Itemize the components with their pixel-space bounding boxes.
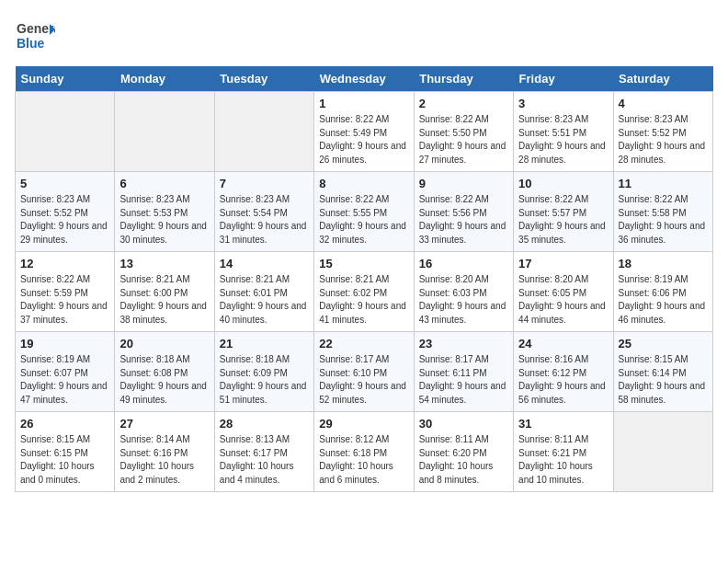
day-cell: 21Sunrise: 8:18 AMSunset: 6:09 PMDayligh… [214, 332, 313, 412]
day-number: 18 [619, 257, 708, 270]
day-cell: 4Sunrise: 8:23 AMSunset: 5:52 PMDaylight… [613, 92, 712, 172]
day-info: Sunrise: 8:16 AMSunset: 6:12 PMDaylight:… [518, 353, 608, 407]
day-cell: 5Sunrise: 8:23 AMSunset: 5:52 PMDaylight… [16, 172, 115, 252]
day-number: 25 [619, 337, 708, 350]
day-info: Sunrise: 8:22 AMSunset: 5:58 PMDaylight:… [619, 193, 708, 247]
day-number: 27 [119, 417, 209, 431]
day-info: Sunrise: 8:23 AMSunset: 5:51 PMDaylight:… [518, 113, 608, 167]
day-info: Sunrise: 8:22 AMSunset: 5:56 PMDaylight:… [419, 193, 508, 247]
day-cell [214, 92, 313, 172]
day-cell: 30Sunrise: 8:11 AMSunset: 6:20 PMDayligh… [414, 412, 513, 492]
day-info: Sunrise: 8:11 AMSunset: 6:21 PMDaylight:… [518, 433, 608, 487]
day-cell: 25Sunrise: 8:15 AMSunset: 6:14 PMDayligh… [613, 332, 712, 412]
col-header-thursday: Thursday [414, 66, 513, 92]
day-cell: 28Sunrise: 8:13 AMSunset: 6:17 PMDayligh… [214, 412, 313, 492]
svg-text:General: General [17, 21, 55, 36]
day-number: 23 [419, 337, 508, 350]
day-number: 8 [319, 177, 408, 190]
svg-text:Blue: Blue [17, 36, 45, 51]
day-cell: 16Sunrise: 8:20 AMSunset: 6:03 PMDayligh… [414, 252, 513, 332]
day-info: Sunrise: 8:22 AMSunset: 5:59 PMDaylight:… [20, 273, 109, 327]
day-number: 10 [518, 177, 608, 190]
day-cell: 9Sunrise: 8:22 AMSunset: 5:56 PMDaylight… [414, 172, 513, 252]
day-info: Sunrise: 8:11 AMSunset: 6:20 PMDaylight:… [419, 433, 508, 487]
day-info: Sunrise: 8:17 AMSunset: 6:11 PMDaylight:… [419, 353, 508, 407]
day-cell: 8Sunrise: 8:22 AMSunset: 5:55 PMDaylight… [314, 172, 414, 252]
day-number: 11 [619, 177, 708, 190]
day-info: Sunrise: 8:21 AMSunset: 6:01 PMDaylight:… [220, 273, 309, 327]
page-header: General Blue [15, 15, 713, 55]
day-info: Sunrise: 8:17 AMSunset: 6:10 PMDaylight:… [319, 353, 408, 407]
day-number: 12 [20, 257, 109, 270]
day-number: 4 [619, 97, 708, 110]
day-cell: 10Sunrise: 8:22 AMSunset: 5:57 PMDayligh… [514, 172, 613, 252]
day-info: Sunrise: 8:23 AMSunset: 5:53 PMDaylight:… [119, 193, 209, 247]
day-info: Sunrise: 8:21 AMSunset: 6:00 PMDaylight:… [119, 273, 209, 327]
day-number: 17 [518, 257, 608, 270]
day-number: 22 [319, 337, 408, 350]
day-number: 28 [220, 417, 309, 431]
header-row: SundayMondayTuesdayWednesdayThursdayFrid… [16, 66, 713, 92]
week-row-5: 26Sunrise: 8:15 AMSunset: 6:15 PMDayligh… [16, 412, 713, 492]
week-row-4: 19Sunrise: 8:19 AMSunset: 6:07 PMDayligh… [16, 332, 713, 412]
day-cell: 1Sunrise: 8:22 AMSunset: 5:49 PMDaylight… [314, 92, 414, 172]
day-cell: 2Sunrise: 8:22 AMSunset: 5:50 PMDaylight… [414, 92, 513, 172]
day-info: Sunrise: 8:19 AMSunset: 6:06 PMDaylight:… [619, 273, 708, 327]
day-info: Sunrise: 8:13 AMSunset: 6:17 PMDaylight:… [220, 433, 309, 487]
col-header-tuesday: Tuesday [214, 66, 313, 92]
day-cell: 31Sunrise: 8:11 AMSunset: 6:21 PMDayligh… [514, 412, 613, 492]
day-info: Sunrise: 8:18 AMSunset: 6:09 PMDaylight:… [220, 353, 309, 407]
day-number: 29 [319, 417, 408, 431]
day-number: 21 [220, 337, 309, 350]
day-info: Sunrise: 8:21 AMSunset: 6:02 PMDaylight:… [319, 273, 408, 327]
week-row-3: 12Sunrise: 8:22 AMSunset: 5:59 PMDayligh… [16, 252, 713, 332]
day-cell: 15Sunrise: 8:21 AMSunset: 6:02 PMDayligh… [314, 252, 414, 332]
day-info: Sunrise: 8:12 AMSunset: 6:18 PMDaylight:… [319, 433, 408, 487]
day-cell: 14Sunrise: 8:21 AMSunset: 6:01 PMDayligh… [214, 252, 313, 332]
day-cell: 24Sunrise: 8:16 AMSunset: 6:12 PMDayligh… [514, 332, 613, 412]
col-header-sunday: Sunday [16, 66, 115, 92]
day-info: Sunrise: 8:20 AMSunset: 6:03 PMDaylight:… [419, 273, 508, 327]
day-cell: 17Sunrise: 8:20 AMSunset: 6:05 PMDayligh… [514, 252, 613, 332]
day-number: 19 [20, 337, 109, 350]
day-cell: 11Sunrise: 8:22 AMSunset: 5:58 PMDayligh… [613, 172, 712, 252]
day-cell: 20Sunrise: 8:18 AMSunset: 6:08 PMDayligh… [115, 332, 214, 412]
day-number: 9 [419, 177, 508, 190]
day-number: 15 [319, 257, 408, 270]
day-number: 3 [518, 97, 608, 110]
day-number: 14 [220, 257, 309, 270]
day-number: 7 [220, 177, 309, 190]
day-info: Sunrise: 8:23 AMSunset: 5:54 PMDaylight:… [220, 193, 309, 247]
day-cell: 6Sunrise: 8:23 AMSunset: 5:53 PMDaylight… [115, 172, 214, 252]
day-cell: 13Sunrise: 8:21 AMSunset: 6:00 PMDayligh… [115, 252, 214, 332]
day-info: Sunrise: 8:18 AMSunset: 6:08 PMDaylight:… [119, 353, 209, 407]
day-number: 13 [119, 257, 209, 270]
day-number: 5 [20, 177, 109, 190]
day-info: Sunrise: 8:22 AMSunset: 5:49 PMDaylight:… [319, 113, 408, 167]
logo-icon: General Blue [15, 15, 55, 55]
day-info: Sunrise: 8:23 AMSunset: 5:52 PMDaylight:… [619, 113, 708, 167]
day-info: Sunrise: 8:22 AMSunset: 5:50 PMDaylight:… [419, 113, 508, 167]
day-cell [115, 92, 214, 172]
day-cell: 19Sunrise: 8:19 AMSunset: 6:07 PMDayligh… [16, 332, 115, 412]
day-number: 30 [419, 417, 508, 431]
day-info: Sunrise: 8:20 AMSunset: 6:05 PMDaylight:… [518, 273, 608, 327]
day-info: Sunrise: 8:14 AMSunset: 6:16 PMDaylight:… [119, 433, 209, 487]
day-info: Sunrise: 8:19 AMSunset: 6:07 PMDaylight:… [20, 353, 109, 407]
day-cell: 29Sunrise: 8:12 AMSunset: 6:18 PMDayligh… [314, 412, 414, 492]
col-header-saturday: Saturday [613, 66, 712, 92]
day-number: 31 [518, 417, 608, 431]
day-info: Sunrise: 8:23 AMSunset: 5:52 PMDaylight:… [20, 193, 109, 247]
day-cell: 22Sunrise: 8:17 AMSunset: 6:10 PMDayligh… [314, 332, 414, 412]
day-number: 1 [319, 97, 408, 110]
day-cell: 18Sunrise: 8:19 AMSunset: 6:06 PMDayligh… [613, 252, 712, 332]
day-info: Sunrise: 8:15 AMSunset: 6:15 PMDaylight:… [20, 433, 109, 487]
day-cell: 23Sunrise: 8:17 AMSunset: 6:11 PMDayligh… [414, 332, 513, 412]
logo: General Blue [15, 15, 55, 55]
day-number: 2 [419, 97, 508, 110]
day-number: 6 [119, 177, 209, 190]
day-cell: 27Sunrise: 8:14 AMSunset: 6:16 PMDayligh… [115, 412, 214, 492]
col-header-friday: Friday [514, 66, 613, 92]
day-cell [613, 412, 712, 492]
week-row-2: 5Sunrise: 8:23 AMSunset: 5:52 PMDaylight… [16, 172, 713, 252]
